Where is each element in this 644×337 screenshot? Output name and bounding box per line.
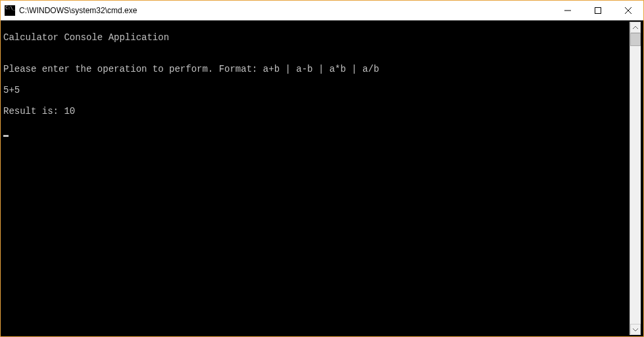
minimize-button[interactable] — [553, 1, 583, 20]
titlebar[interactable]: C:\WINDOWS\system32\cmd.exe — [1, 1, 643, 20]
console-area[interactable]: Calculator Console Application Please en… — [1, 20, 643, 336]
close-button[interactable] — [613, 1, 643, 20]
console-line: Result is: 10 — [3, 106, 630, 117]
scroll-down-button[interactable] — [630, 324, 641, 335]
window-controls — [553, 1, 643, 20]
scrollbar-track[interactable] — [630, 33, 641, 324]
maximize-icon — [595, 7, 601, 14]
cmd-icon — [5, 5, 15, 16]
cmd-window: C:\WINDOWS\system32\cmd.exe Calculator — [0, 0, 644, 337]
console-line: 5+5 — [3, 85, 630, 95]
cursor — [3, 135, 9, 137]
vertical-scrollbar[interactable] — [630, 22, 641, 335]
minimize-icon — [564, 7, 571, 14]
close-icon — [625, 7, 632, 14]
scroll-up-button[interactable] — [630, 22, 641, 33]
console-line: Calculator Console Application — [3, 32, 630, 43]
console-line: Please enter the operation to perform. F… — [3, 64, 630, 74]
svg-rect-1 — [595, 8, 601, 14]
maximize-button[interactable] — [583, 1, 613, 20]
console-content: Calculator Console Application Please en… — [3, 22, 630, 335]
chevron-down-icon — [633, 327, 638, 332]
scrollbar-thumb[interactable] — [630, 33, 641, 46]
window-title: C:\WINDOWS\system32\cmd.exe — [19, 6, 137, 15]
chevron-up-icon — [633, 25, 638, 30]
